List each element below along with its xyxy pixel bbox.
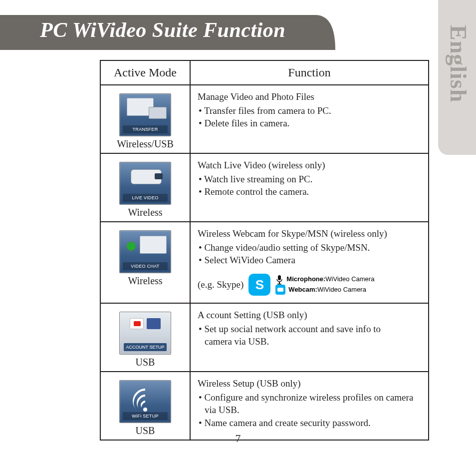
function-bullet: camera via USB. xyxy=(198,335,421,348)
live-video-icon: LIVE VIDEO xyxy=(119,162,171,205)
skype-icon xyxy=(248,274,270,296)
function-title: Wireless Webcam for Skype/MSN (wireless … xyxy=(198,227,421,240)
table-row: VIDEO CHAT Wireless Wireless Webcam for … xyxy=(101,222,428,304)
account-setup-icon: ACCOUNT SETUP xyxy=(119,312,171,355)
tile-label: VIDEO CHAT xyxy=(123,262,168,270)
function-bullet: via USB. xyxy=(198,404,421,417)
mode-cell: LIVE VIDEO Wireless xyxy=(101,154,191,221)
function-cell: Wireless Setup (USB only) Configure and … xyxy=(191,372,428,440)
function-bullet: Remote control the camera. xyxy=(198,185,421,198)
mode-caption: Wireless xyxy=(105,207,186,218)
language-label: English xyxy=(445,25,472,102)
function-bullet: Select WiVideo Camera xyxy=(198,254,421,267)
function-bullet: Set up social network account and save i… xyxy=(198,323,421,336)
mode-cell: TRANSFER Wireless/USB xyxy=(101,85,191,153)
function-bullet: Name camera and create security password… xyxy=(198,417,421,430)
function-bullet: Delete files in camera. xyxy=(198,117,421,130)
function-cell: Watch Live Video (wireless only) Watch l… xyxy=(191,154,428,221)
function-cell: A ccount Setting (USB only) Set up socia… xyxy=(191,304,428,371)
function-bullet: Configure and synchronize wireless profi… xyxy=(198,391,421,404)
function-title: A ccount Setting (USB only) xyxy=(198,309,421,322)
microphone-icon xyxy=(275,275,283,285)
function-bullet: Transfer files from camera to PC. xyxy=(198,104,421,117)
avatar-icon xyxy=(127,242,136,251)
mode-caption: Wireless/USB xyxy=(105,138,186,150)
page-title: PC WiVideo Suite Function xyxy=(40,18,285,42)
tile-label: WiFi SETUP xyxy=(123,412,168,420)
skype-example: (e.g. Skype) Microphone:WiVideo Camera W… xyxy=(198,274,421,296)
transfer-icon: TRANSFER xyxy=(119,93,171,136)
svg-rect-2 xyxy=(277,284,281,285)
svg-rect-1 xyxy=(279,282,280,284)
title-bar: PC WiVideo Suite Function xyxy=(0,15,424,50)
mode-cell: WiFi SETUP USB xyxy=(101,372,191,440)
youtube-icon xyxy=(130,318,144,329)
table-header-row: Active Mode Function xyxy=(101,61,428,85)
facebook-icon xyxy=(147,318,161,329)
language-tab: English xyxy=(438,0,476,155)
example-prefix: (e.g. Skype) xyxy=(198,278,243,291)
tile-label: TRANSFER xyxy=(123,125,168,133)
video-chat-icon: VIDEO CHAT xyxy=(119,230,171,273)
mode-cell: VIDEO CHAT Wireless xyxy=(101,222,191,303)
function-bullet: Change video/audio setting of Skype/MSN. xyxy=(198,241,421,254)
skype-settings: Microphone:WiVideo Camera Webcam:WiVideo… xyxy=(275,274,374,295)
title-bar-corner xyxy=(314,15,335,50)
function-title: Manage Video and Photo Files xyxy=(198,90,421,103)
function-bullet: Watch live streaming on PC. xyxy=(198,173,421,186)
mode-cell: ACCOUNT SETUP USB xyxy=(101,304,191,371)
wifi-setup-icon: WiFi SETUP xyxy=(119,380,171,423)
cam-label: Webcam: xyxy=(288,286,317,293)
function-table: Active Mode Function TRANSFER Wireless/U… xyxy=(100,60,429,441)
mic-label: Microphone: xyxy=(286,275,325,283)
column-header-mode: Active Mode xyxy=(101,61,191,84)
mic-value: WiVideo Camera xyxy=(325,275,374,283)
function-title: Wireless Setup (USB only) xyxy=(198,377,421,390)
mode-caption: Wireless xyxy=(105,275,186,287)
wifi-dot-icon xyxy=(143,408,147,412)
function-title: Watch Live Video (wireless only) xyxy=(198,159,421,172)
tile-label: LIVE VIDEO xyxy=(123,194,168,202)
mode-caption: USB xyxy=(105,357,186,368)
function-cell: Manage Video and Photo Files Transfer fi… xyxy=(191,85,428,153)
table-row: LIVE VIDEO Wireless Watch Live Video (wi… xyxy=(101,154,428,222)
table-row: WiFi SETUP USB Wireless Setup (USB only)… xyxy=(101,372,428,440)
table-row: TRANSFER Wireless/USB Manage Video and P… xyxy=(101,85,428,154)
column-header-function: Function xyxy=(191,61,428,84)
svg-rect-0 xyxy=(278,275,281,280)
table-row: ACCOUNT SETUP USB A ccount Setting (USB … xyxy=(101,304,428,372)
cam-value: WiVideo Camera xyxy=(317,286,366,293)
tile-label: ACCOUNT SETUP xyxy=(124,343,167,351)
page-number: 7 xyxy=(0,432,476,445)
webcam-icon xyxy=(275,285,285,295)
function-cell: Wireless Webcam for Skype/MSN (wireless … xyxy=(191,222,428,303)
